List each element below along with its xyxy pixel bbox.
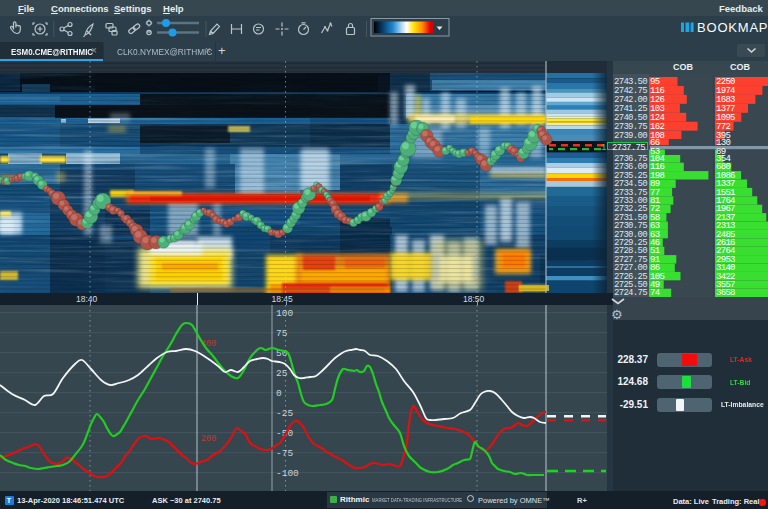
svg-text:75: 75 [276, 328, 288, 339]
svg-text:100: 100 [276, 308, 293, 319]
svg-text:-75: -75 [276, 448, 293, 459]
svg-text:25: 25 [276, 368, 288, 379]
svg-text:200: 200 [201, 434, 216, 444]
svg-text:-100: -100 [276, 468, 299, 479]
svg-text:BOOKMAP: BOOKMAP [697, 20, 768, 35]
svg-text:-25: -25 [276, 408, 293, 419]
svg-text:0: 0 [276, 388, 282, 399]
